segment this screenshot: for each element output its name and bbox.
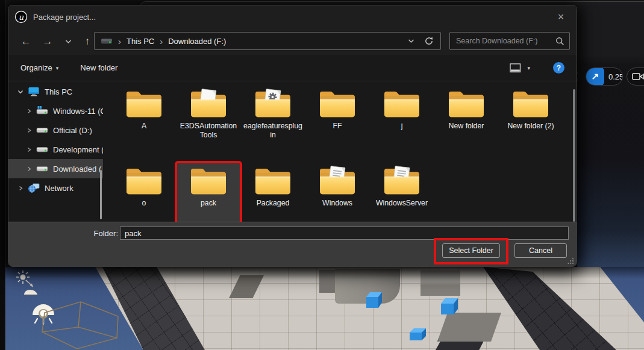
folder-icon	[383, 165, 421, 196]
breadcrumb-separator: ›	[118, 36, 121, 46]
sidebar-item-label: Official (D:)	[53, 126, 92, 135]
network-icon	[28, 183, 40, 193]
recent-locations-button[interactable]	[59, 33, 77, 51]
organize-button[interactable]: Organize ▾	[20, 63, 58, 72]
folder-icon	[189, 165, 228, 196]
sidebar-scrollbar[interactable]	[100, 170, 102, 219]
editor-left-frame	[0, 0, 5, 350]
back-button[interactable]: ←	[17, 33, 35, 51]
selection-wireframe-cube	[40, 301, 122, 350]
view-options-button[interactable]: ▾	[510, 63, 530, 73]
blue-cube	[366, 292, 383, 308]
editor-right-background	[577, 5, 644, 267]
folder-icon	[383, 88, 421, 119]
fog-gizmo[interactable]	[23, 287, 39, 296]
chevron-right-icon	[27, 108, 32, 114]
sidebar-item-label: Downloaded (	[53, 164, 101, 173]
sidebar-item-this-pc[interactable]: This PC	[8, 82, 103, 101]
folder-item-windowsserver[interactable]: WindowsServer	[370, 163, 433, 223]
chevron-right-icon	[27, 128, 32, 133]
sidebar-item-downloaded-[interactable]: Downloaded (	[8, 159, 103, 178]
sidebar-tree: This PCWindows-11 (COfficial (D:)Develop…	[8, 82, 103, 198]
blue-cube	[441, 298, 459, 315]
new-folder-button[interactable]: New folder	[80, 63, 117, 72]
dialog-titlebar[interactable]: u Package project... ×	[8, 5, 577, 28]
breadcrumb-separator: ›	[160, 36, 163, 46]
folder-item-windows[interactable]: Windows	[306, 163, 369, 223]
folder-item-label: j	[401, 122, 403, 131]
navigation-tree: This PCWindows-11 (COfficial (D:)Develop…	[8, 82, 103, 223]
folder-item-label: E3DSAutomation Tools	[178, 122, 239, 140]
folder-item-new-folder-2-[interactable]: New folder (2)	[499, 86, 562, 157]
folder-item-packaged[interactable]: Packaged	[242, 163, 304, 223]
breadcrumb-this-pc[interactable]: This PC	[127, 37, 154, 46]
drive-icon	[101, 37, 113, 45]
chevron-right-icon	[27, 147, 32, 152]
level-viewport[interactable]	[5, 267, 644, 350]
folder-item-eaglefeaturesplugin[interactable]: eaglefeaturesplugin	[242, 86, 304, 157]
folder-item-a[interactable]: A	[113, 86, 175, 157]
refresh-button[interactable]	[420, 32, 438, 50]
help-button[interactable]: ?	[553, 62, 564, 73]
folder-icon	[254, 88, 292, 119]
caret-down-icon: ▾	[56, 65, 59, 71]
camera-speed-badge[interactable]: 1	[627, 67, 644, 86]
chevron-right-icon	[27, 166, 32, 172]
search-input[interactable]	[455, 36, 555, 46]
unreal-editor-screen: ↗ 0.25 1 u Package project... × ← →	[0, 0, 644, 350]
folder-item-new-folder[interactable]: New folder	[435, 86, 498, 157]
dialog-footer: Folder: Select Folder Cancel	[8, 222, 577, 266]
sidebar-item-development-[interactable]: Development (	[8, 140, 103, 159]
sidebar-item-network[interactable]: Network	[8, 178, 103, 198]
close-icon[interactable]: ×	[552, 9, 569, 25]
file-list: AE3DSAutomation Toolseaglefeaturesplugin…	[103, 82, 577, 223]
folder-item-label: New folder (2)	[507, 122, 554, 131]
folder-grid: AE3DSAutomation Toolseaglefeaturesplugin…	[103, 82, 572, 223]
chevron-down-icon	[17, 89, 23, 95]
search-icon	[555, 37, 564, 46]
chevron-down-icon	[65, 39, 72, 44]
sidebar-item-windows-11-c[interactable]: Windows-11 (C	[8, 101, 103, 120]
scale-arrow-icon: ↗	[586, 67, 604, 86]
gray-platform	[437, 313, 501, 342]
folder-item-label: WindowsServer	[376, 199, 428, 208]
package-project-dialog: u Package project... × ← → ↑ › This PC	[8, 5, 577, 267]
drive-icon	[36, 126, 48, 134]
file-list-scrollbar[interactable]	[573, 89, 575, 222]
screen-percentage-value: 0.25	[604, 72, 623, 81]
folder-item-label: Packaged	[257, 199, 290, 208]
folder-icon	[125, 165, 163, 196]
dialog-drop-shadow	[5, 267, 644, 279]
svg-text:u: u	[19, 13, 24, 22]
breadcrumb-downloaded[interactable]: Downloaded (F:)	[168, 37, 226, 46]
folder-item-label: eaglefeaturesplugin	[243, 122, 303, 140]
folder-field-label: Folder:	[81, 229, 118, 238]
folder-item-o[interactable]: o	[113, 163, 175, 223]
address-dropdown-button[interactable]	[402, 32, 420, 50]
refresh-icon	[424, 36, 434, 46]
folder-item-label: A	[142, 122, 146, 131]
folder-icon	[125, 88, 163, 119]
folder-item-pack[interactable]: pack	[177, 163, 240, 223]
forward-button[interactable]: →	[39, 33, 57, 51]
folder-item-j[interactable]: j	[370, 86, 433, 157]
folder-item-e3dsautomation-tools[interactable]: E3DSAutomation Tools	[177, 86, 240, 157]
folder-item-ff[interactable]: FF	[306, 86, 369, 157]
search-box[interactable]	[449, 32, 570, 50]
folder-icon	[254, 165, 292, 196]
address-bar[interactable]: › This PC › Downloaded (F:)	[94, 32, 441, 50]
select-folder-button[interactable]: Select Folder	[442, 243, 500, 258]
unreal-logo-icon: u	[14, 10, 28, 23]
cancel-button[interactable]: Cancel	[514, 243, 567, 258]
sidebar-item-label: Development (	[53, 145, 103, 154]
folder-icon	[511, 88, 550, 119]
folder-item-label: pack	[201, 199, 216, 208]
folder-icon	[189, 88, 228, 119]
sidebar-item-label: Network	[45, 184, 73, 193]
view-options-icon	[510, 63, 521, 73]
sidebar-item-official-d-[interactable]: Official (D:)	[8, 120, 103, 140]
screen-percentage-badge[interactable]: ↗ 0.25	[586, 67, 623, 86]
sidebar-item-label: This PC	[45, 87, 72, 96]
navigation-bar: ← → ↑ › This PC › Downloaded (F:)	[8, 28, 577, 55]
resize-grip[interactable]	[567, 258, 574, 264]
